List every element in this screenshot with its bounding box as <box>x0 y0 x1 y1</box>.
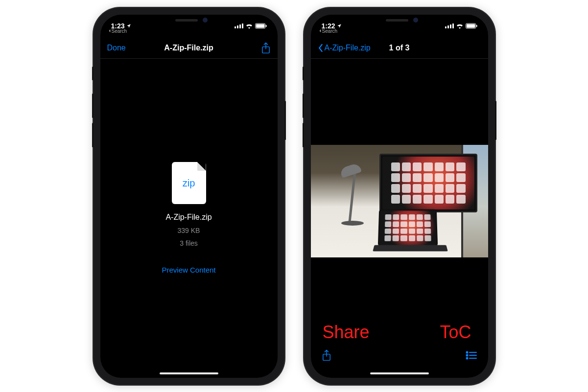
preview-content-button[interactable]: Preview Content <box>162 266 215 274</box>
svg-rect-5 <box>256 24 264 27</box>
image-viewer[interactable] <box>311 59 488 344</box>
location-icon <box>337 23 342 28</box>
nav-bar: Done A-Zip-File.zip <box>100 38 278 59</box>
phone-right: 1:22 Search A-Zip-File.zip 1 of 3 <box>304 8 495 385</box>
battery-icon <box>466 23 477 29</box>
battery-icon <box>255 23 267 29</box>
home-indicator[interactable] <box>370 372 429 374</box>
svg-rect-2 <box>239 24 241 28</box>
done-button[interactable]: Done <box>107 44 161 52</box>
svg-rect-8 <box>445 26 447 28</box>
done-label: Done <box>107 44 126 52</box>
zip-icon-label: zip <box>183 178 195 189</box>
file-name: A-Zip-File.zip <box>165 213 212 222</box>
share-icon[interactable] <box>261 42 271 54</box>
file-preview: zip A-Zip-File.zip 339 KB 3 files Previe… <box>100 59 278 378</box>
back-button[interactable]: A-Zip-File.zip <box>318 44 372 52</box>
svg-rect-14 <box>476 24 477 27</box>
svg-rect-10 <box>450 24 451 28</box>
svg-point-16 <box>466 351 468 353</box>
svg-rect-1 <box>237 25 238 28</box>
svg-point-20 <box>466 357 468 359</box>
file-count: 3 files <box>180 239 198 247</box>
cellular-icon <box>235 23 243 28</box>
chevron-left-icon <box>318 44 324 52</box>
svg-point-18 <box>466 354 468 356</box>
back-label: A-Zip-File.zip <box>325 44 371 52</box>
back-to-app[interactable]: Search <box>319 28 338 34</box>
nav-title: A-Zip-File.zip <box>161 44 217 52</box>
back-to-app-label: Search <box>322 28 338 34</box>
preview-photo <box>311 145 488 257</box>
svg-rect-11 <box>452 23 454 28</box>
wifi-icon <box>245 23 253 29</box>
svg-rect-6 <box>265 24 266 27</box>
svg-rect-0 <box>235 26 236 28</box>
back-to-app[interactable]: Search <box>108 28 127 34</box>
wifi-icon <box>456 23 464 29</box>
list-icon[interactable] <box>466 350 477 360</box>
svg-rect-9 <box>447 25 449 28</box>
screen-right: 1:22 Search A-Zip-File.zip 1 of 3 <box>311 15 488 378</box>
zip-file-icon: zip <box>172 162 206 204</box>
notch <box>145 15 233 27</box>
status-right <box>235 23 267 29</box>
screen-left: 1:23 Search Done A-Zip-File.zip <box>100 15 278 378</box>
back-to-app-label: Search <box>112 28 127 34</box>
file-size: 339 KB <box>178 227 200 234</box>
nav-title: 1 of 3 <box>372 44 427 52</box>
share-icon[interactable] <box>322 349 331 361</box>
status-right <box>445 23 477 29</box>
location-icon <box>126 23 131 28</box>
notch <box>355 15 444 27</box>
cellular-icon <box>445 23 454 28</box>
svg-rect-3 <box>242 23 243 28</box>
svg-rect-13 <box>466 24 475 27</box>
nav-bar: A-Zip-File.zip 1 of 3 <box>311 38 488 59</box>
home-indicator[interactable] <box>160 372 218 374</box>
phone-left: 1:23 Search Done A-Zip-File.zip <box>94 8 284 385</box>
